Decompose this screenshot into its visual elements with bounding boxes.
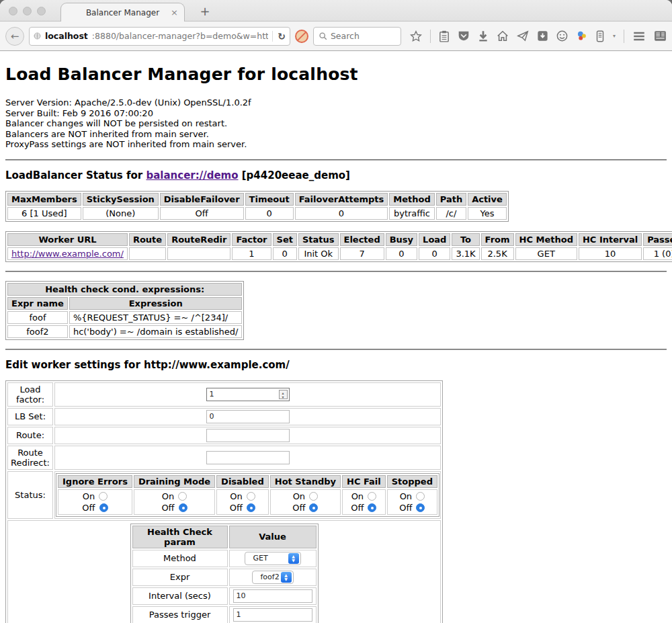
disabled-off-radio[interactable] <box>247 503 255 512</box>
cell-path: /c/ <box>436 207 466 220</box>
col-hc-method: HC Method <box>515 233 577 246</box>
worker-url-link[interactable]: http://www.example.com/ <box>11 249 124 259</box>
on-label: On <box>351 491 364 501</box>
balancer-status-row: 6 [1 Used] (None) Off 0 0 bytraffic /c/ … <box>7 207 507 220</box>
send-icon[interactable] <box>517 30 529 42</box>
tab-balancer-manager[interactable]: Balancer Manager × <box>60 3 185 22</box>
cell-routeredir <box>167 247 230 260</box>
method-select[interactable]: GET▲▼ <box>245 552 301 565</box>
cell-method: bytraffic <box>389 207 434 220</box>
expr-label: Expr <box>132 569 228 586</box>
cell-elected: 7 <box>340 247 384 260</box>
route-redirect-row: Route Redirect: <box>7 446 441 470</box>
lb-set-label: LB Set: <box>7 408 53 425</box>
pocket-icon[interactable] <box>458 30 470 42</box>
method-row: Method GET▲▼ <box>132 550 317 567</box>
url-bar[interactable]: localhost:8880/balancer-manager?b=demo&w… <box>29 27 290 46</box>
disabled-on-radio[interactable] <box>247 492 255 501</box>
new-tab-button[interactable]: + <box>196 4 214 18</box>
route-input[interactable] <box>206 429 290 442</box>
lb-set-input[interactable] <box>206 410 290 423</box>
cell-status: Init Ok <box>298 247 339 260</box>
number-stepper-icon[interactable]: ▴▾ <box>279 390 288 399</box>
col-stopped: Stopped <box>387 475 437 488</box>
route-redirect-input[interactable] <box>206 451 290 464</box>
col-timeout: Timeout <box>245 193 294 206</box>
persist-notice-line: Balancer changes will NOT be persisted o… <box>5 118 667 129</box>
cell-stickysession: (None) <box>83 207 159 220</box>
draining-mode-off-radio[interactable] <box>179 503 187 512</box>
url-host: localhost <box>45 31 88 41</box>
extension-colored-dots-icon[interactable] <box>576 30 587 42</box>
expr-value: %{REQUEST_STATUS} =~ /^[234]/ <box>69 311 243 324</box>
search-input[interactable] <box>331 31 391 41</box>
hc-fail-off-radio[interactable] <box>368 503 376 512</box>
reload-icon[interactable]: ↻ <box>272 31 286 42</box>
home-icon[interactable] <box>497 30 509 42</box>
stopped-off-radio[interactable] <box>416 503 425 512</box>
back-button[interactable]: ← <box>5 27 24 46</box>
tab-bar: Balancer Manager × + <box>0 0 672 22</box>
toolbar-separator <box>624 30 624 43</box>
load-factor-label: Load factor: <box>7 382 53 407</box>
content-blocked-icon[interactable] <box>295 30 308 43</box>
col-ignore-errors: Ignore Errors <box>58 475 132 488</box>
ignore-errors-off-radio[interactable] <box>99 503 108 512</box>
col-active: Active <box>468 193 507 206</box>
expr-table-title: Health check cond. expressions: <box>7 283 242 296</box>
col-to: To <box>452 233 479 246</box>
passes-input[interactable] <box>233 608 312 622</box>
balancer-status-table: MaxMembers StickySession DisableFailover… <box>5 191 509 222</box>
feedback-smiley-icon[interactable] <box>556 30 568 42</box>
col-method: Method <box>389 193 434 206</box>
hc-fail-cell: On Off <box>342 489 386 515</box>
downloads-icon[interactable] <box>478 30 489 42</box>
sidebars-icon[interactable] <box>654 30 667 42</box>
col-routeredir: RouteRedir <box>167 233 230 246</box>
minimize-window-button[interactable] <box>23 7 32 15</box>
save-to-device-icon[interactable] <box>537 30 548 42</box>
divider <box>5 349 667 350</box>
col-elected: Elected <box>340 233 384 246</box>
cell-route <box>129 247 166 260</box>
container-tab-icon[interactable] <box>595 30 605 42</box>
hot-standby-on-radio[interactable] <box>309 492 318 501</box>
col-stickysession: StickySession <box>83 193 159 206</box>
worker-table: Worker URL Route RouteRedir Factor Set S… <box>5 231 672 262</box>
tab-close-icon[interactable]: × <box>171 7 178 17</box>
off-label: Off <box>399 503 412 513</box>
expr-select[interactable]: foof2▲▼ <box>252 571 294 584</box>
balancer-demo-link[interactable]: balancer://demo <box>146 169 238 181</box>
page-content: Load Balancer Manager for localhost Serv… <box>0 51 672 623</box>
heading-suffix: [p4420eeae_demo] <box>239 169 350 181</box>
stopped-cell: On Off <box>387 489 437 515</box>
window-controls[interactable] <box>9 7 46 15</box>
ignore-errors-on-radio[interactable] <box>99 492 108 501</box>
cell-factor: 1 <box>232 247 271 260</box>
search-bar[interactable] <box>313 27 401 46</box>
menu-hamburger-icon[interactable] <box>632 31 646 42</box>
col-hot-standby: Hot Standby <box>270 475 341 488</box>
status-label: Status: <box>7 471 53 519</box>
col-factor: Factor <box>232 233 271 246</box>
edit-worker-form: Load factor: ▴▾ LB Set: Route: Route Red… <box>5 380 443 623</box>
cell-active: Yes <box>468 207 507 220</box>
navigation-toolbar: ← localhost:8880/balancer-manager?b=demo… <box>0 22 672 51</box>
close-window-button[interactable] <box>9 7 17 15</box>
server-built-line: Server Built: Feb 9 2016 07:00:20 <box>5 108 667 119</box>
load-factor-input[interactable] <box>206 388 290 401</box>
draining-mode-on-radio[interactable] <box>178 492 187 501</box>
hot-standby-off-radio[interactable] <box>309 503 318 512</box>
interval-input[interactable] <box>233 589 312 603</box>
zoom-window-button[interactable] <box>37 7 46 15</box>
toolbar-separator <box>430 30 431 43</box>
on-label: On <box>293 491 305 501</box>
cell-hc-method: GET <box>515 247 577 260</box>
col-path: Path <box>436 193 466 206</box>
hc-fail-on-radio[interactable] <box>368 492 376 501</box>
stopped-on-radio[interactable] <box>416 492 425 501</box>
chevron-down-icon[interactable]: ▾ <box>613 33 616 39</box>
expr-name: foof <box>7 311 68 324</box>
bookmark-star-icon[interactable] <box>410 30 422 42</box>
clipboard-icon[interactable] <box>439 30 450 42</box>
